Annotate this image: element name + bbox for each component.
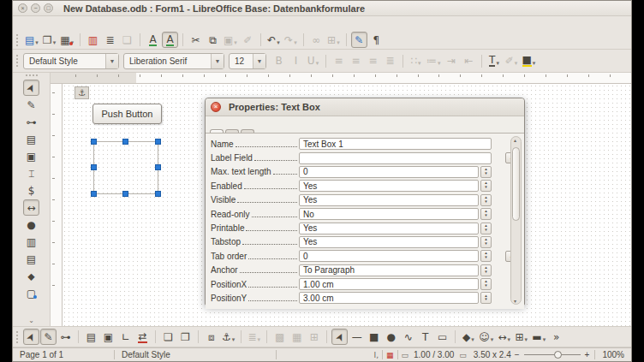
print-preview-button[interactable]: ❏	[119, 32, 135, 48]
form-navigator-button[interactable]: ∟	[117, 329, 134, 345]
option-button-control[interactable]: ●	[23, 217, 39, 233]
property-value-input[interactable]	[299, 152, 492, 164]
callout-shapes-button[interactable]: ▬	[530, 329, 547, 345]
selected-text-box[interactable]	[93, 141, 158, 194]
zoom-slider-knob[interactable]	[554, 351, 562, 359]
menu-file[interactable]	[20, 23, 30, 25]
callout-rect-button[interactable]: ▭	[434, 329, 450, 345]
push-button-control-on-canvas[interactable]: Push Button	[92, 104, 162, 124]
position-size-button[interactable]: ⧈	[203, 329, 219, 345]
cut-button[interactable]: ✂	[188, 32, 204, 48]
currency-field-button[interactable]: $	[23, 182, 39, 199]
auto-spellcheck-button[interactable]: A	[162, 32, 178, 48]
font-name-combo[interactable]: Liberation Serif ▼	[123, 53, 224, 69]
menu-format[interactable]	[68, 23, 78, 25]
property-value-input[interactable]: Text Box 1	[299, 138, 492, 150]
insert-hyperlink-button[interactable]: ∞	[308, 32, 325, 48]
helplines-button[interactable]: ⊞	[306, 329, 322, 345]
flowchart-shapes-button[interactable]: ⊞	[513, 329, 529, 345]
selection-handle[interactable]	[122, 139, 128, 145]
property-value-input[interactable]: 0	[299, 250, 479, 262]
form-design-canvas[interactable]: ⚓ Push Button	[63, 84, 631, 326]
menu-window[interactable]	[104, 23, 114, 25]
vertical-ruler[interactable]	[51, 84, 63, 326]
selection-handle[interactable]	[155, 164, 161, 170]
align-objects-button[interactable]: ≣	[246, 329, 262, 345]
scrollbar-thumb[interactable]	[512, 147, 520, 221]
bold-button[interactable]: B	[271, 53, 287, 69]
font-color-button[interactable]: T	[486, 53, 503, 69]
titlebar[interactable]: ×−□ New Database.odb : Form1 - LibreOffi…	[13, 1, 631, 16]
dialog-scrollbar[interactable]	[510, 136, 522, 305]
underline-button[interactable]: U	[305, 53, 321, 69]
spinner-buttons[interactable]	[480, 278, 492, 290]
menu-view[interactable]	[44, 23, 54, 25]
align-center-button[interactable]: ≡	[348, 53, 364, 69]
numbered-list-button[interactable]: ≔	[425, 53, 443, 69]
select-tool-button[interactable]: ➤	[23, 80, 39, 96]
selection-handle[interactable]	[91, 164, 97, 170]
open-in-design-mode-button[interactable]: ❐	[177, 329, 194, 345]
dialog-titlebar[interactable]: × Properties: Text Box	[206, 98, 524, 116]
copy-button[interactable]: ⧉	[205, 32, 221, 48]
drawing-select-button[interactable]: ➤	[331, 329, 348, 345]
toolbar-overflow-arrow[interactable]: ⌄	[28, 317, 34, 326]
align-right-button[interactable]: ≡	[365, 53, 381, 69]
paste-button[interactable]: ▣	[222, 32, 239, 48]
property-value-input[interactable]: 0	[299, 166, 479, 178]
toolbar-grip[interactable]	[16, 331, 20, 343]
toolbar-grip[interactable]	[16, 55, 20, 67]
increase-indent-button[interactable]: ⇥	[444, 53, 460, 69]
spinner-buttons[interactable]	[480, 236, 492, 248]
document-modified-icon[interactable]: ▦	[383, 351, 397, 359]
paragraph-style-combo[interactable]: Default Style ▼	[23, 53, 119, 69]
chevron-down-icon[interactable]: ▼	[105, 54, 118, 68]
zoom-out-button[interactable]: −	[515, 350, 520, 359]
selection-handle[interactable]	[91, 191, 97, 197]
formatting-marks-button[interactable]: ¶	[368, 32, 385, 48]
symbol-shapes-button[interactable]: ☺	[477, 329, 495, 345]
block-arrows-button[interactable]: ↔	[496, 329, 512, 345]
page-style-indicator[interactable]: Default Style	[115, 350, 276, 359]
spinner-buttons[interactable]	[480, 180, 492, 192]
chevron-down-icon[interactable]: ▼	[253, 54, 265, 68]
spinner-buttons[interactable]	[480, 264, 492, 276]
maximize-button[interactable]: □	[44, 3, 53, 13]
toolbar-grip[interactable]	[26, 74, 38, 78]
bullet-list-button[interactable]: ∷	[408, 53, 424, 69]
spinner-buttons[interactable]	[480, 208, 492, 220]
menu-help[interactable]	[116, 23, 126, 25]
show-draw-functions-button[interactable]: ✎	[351, 32, 367, 48]
form-design-mode-button[interactable]: ✎	[40, 329, 57, 345]
insert-text-box-button[interactable]: T	[417, 329, 433, 345]
clone-formatting-button[interactable]: ✐	[240, 32, 256, 48]
property-value-input[interactable]: 1.00 cm	[299, 278, 479, 290]
form-design-window-button[interactable]: ❏	[160, 329, 176, 345]
toolbar-overflow-button[interactable]: »	[548, 329, 564, 345]
form-wizards-toggle-button[interactable]: ⊶	[57, 329, 74, 345]
property-value-input[interactable]: To Paragraph	[299, 264, 479, 276]
push-button-control[interactable]: ↔	[23, 199, 39, 216]
selection-handle[interactable]	[91, 139, 97, 145]
property-value-input[interactable]: Yes	[299, 180, 479, 192]
open-button[interactable]: ❐	[41, 32, 57, 48]
menu-insert[interactable]	[56, 23, 66, 25]
toolbar-grip[interactable]	[16, 34, 20, 46]
ellipse-tool-button[interactable]: ●	[383, 329, 399, 345]
redo-button[interactable]: ↷	[283, 32, 299, 48]
close-button[interactable]: ×	[18, 3, 27, 13]
minimize-button[interactable]: −	[31, 3, 40, 13]
combo-box-button[interactable]: ▤	[23, 251, 39, 267]
background-color-button[interactable]: ■	[521, 53, 538, 69]
decrease-indent-button[interactable]: ⇤	[461, 53, 477, 69]
design-mode-button[interactable]: ✎	[23, 97, 39, 113]
freeform-line-button[interactable]: ∿	[400, 329, 416, 345]
italic-button[interactable]: I	[288, 53, 304, 69]
chevron-down-icon[interactable]: ▼	[211, 54, 224, 68]
highlight-color-button[interactable]: ✐	[504, 53, 520, 69]
more-controls-button[interactable]: ▢	[23, 285, 39, 301]
menu-table[interactable]	[80, 23, 90, 25]
form-properties-button[interactable]: ▤	[83, 329, 99, 345]
zoom-percentage[interactable]: 100%	[595, 350, 631, 359]
page-indicator[interactable]: Page 1 of 1	[13, 350, 114, 359]
